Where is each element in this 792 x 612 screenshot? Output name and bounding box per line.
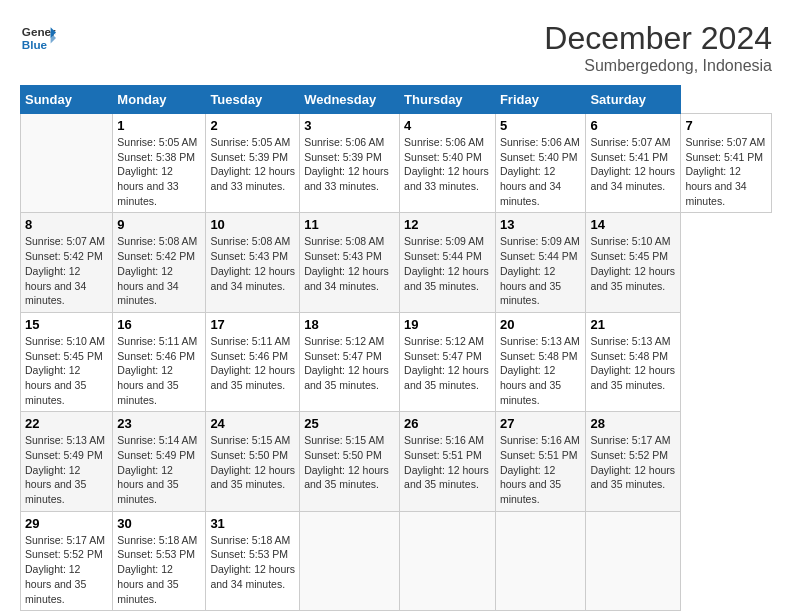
calendar-cell [586,511,681,610]
header-friday: Friday [495,86,586,114]
day-info: Sunrise: 5:10 AM Sunset: 5:45 PM Dayligh… [25,334,108,407]
day-info: Sunrise: 5:09 AM Sunset: 5:44 PM Dayligh… [500,234,582,307]
calendar-body: 1Sunrise: 5:05 AM Sunset: 5:38 PM Daylig… [21,114,772,611]
calendar-week-2: 8Sunrise: 5:07 AM Sunset: 5:42 PM Daylig… [21,213,772,312]
calendar-cell: 16Sunrise: 5:11 AM Sunset: 5:46 PM Dayli… [113,312,206,411]
day-number: 28 [590,416,676,431]
day-number: 8 [25,217,108,232]
day-info: Sunrise: 5:14 AM Sunset: 5:49 PM Dayligh… [117,433,201,506]
calendar-cell: 24Sunrise: 5:15 AM Sunset: 5:50 PM Dayli… [206,412,300,511]
day-info: Sunrise: 5:10 AM Sunset: 5:45 PM Dayligh… [590,234,676,293]
calendar-cell: 29Sunrise: 5:17 AM Sunset: 5:52 PM Dayli… [21,511,113,610]
header-saturday: Saturday [586,86,681,114]
calendar-cell: 19Sunrise: 5:12 AM Sunset: 5:47 PM Dayli… [400,312,496,411]
calendar-cell: 30Sunrise: 5:18 AM Sunset: 5:53 PM Dayli… [113,511,206,610]
day-info: Sunrise: 5:07 AM Sunset: 5:41 PM Dayligh… [590,135,676,194]
day-info: Sunrise: 5:08 AM Sunset: 5:43 PM Dayligh… [210,234,295,293]
calendar-cell: 11Sunrise: 5:08 AM Sunset: 5:43 PM Dayli… [300,213,400,312]
calendar-week-1: 1Sunrise: 5:05 AM Sunset: 5:38 PM Daylig… [21,114,772,213]
day-info: Sunrise: 5:11 AM Sunset: 5:46 PM Dayligh… [210,334,295,393]
header-monday: Monday [113,86,206,114]
calendar-cell: 26Sunrise: 5:16 AM Sunset: 5:51 PM Dayli… [400,412,496,511]
day-number: 18 [304,317,395,332]
day-info: Sunrise: 5:12 AM Sunset: 5:47 PM Dayligh… [404,334,491,393]
day-info: Sunrise: 5:05 AM Sunset: 5:38 PM Dayligh… [117,135,201,208]
day-info: Sunrise: 5:13 AM Sunset: 5:49 PM Dayligh… [25,433,108,506]
header-row: Sunday Monday Tuesday Wednesday Thursday… [21,86,772,114]
header-sunday: Sunday [21,86,113,114]
page-header: General Blue December 2024 Sumbergedong,… [20,20,772,75]
day-info: Sunrise: 5:08 AM Sunset: 5:42 PM Dayligh… [117,234,201,307]
calendar-cell: 18Sunrise: 5:12 AM Sunset: 5:47 PM Dayli… [300,312,400,411]
day-number: 14 [590,217,676,232]
day-number: 6 [590,118,676,133]
day-info: Sunrise: 5:06 AM Sunset: 5:40 PM Dayligh… [500,135,582,208]
day-info: Sunrise: 5:16 AM Sunset: 5:51 PM Dayligh… [404,433,491,492]
day-number: 31 [210,516,295,531]
day-number: 29 [25,516,108,531]
calendar-cell: 9Sunrise: 5:08 AM Sunset: 5:42 PM Daylig… [113,213,206,312]
calendar-cell: 25Sunrise: 5:15 AM Sunset: 5:50 PM Dayli… [300,412,400,511]
logo-icon: General Blue [20,20,56,56]
calendar-week-5: 29Sunrise: 5:17 AM Sunset: 5:52 PM Dayli… [21,511,772,610]
calendar-cell [400,511,496,610]
calendar-cell: 22Sunrise: 5:13 AM Sunset: 5:49 PM Dayli… [21,412,113,511]
calendar-cell: 28Sunrise: 5:17 AM Sunset: 5:52 PM Dayli… [586,412,681,511]
day-number: 13 [500,217,582,232]
day-info: Sunrise: 5:16 AM Sunset: 5:51 PM Dayligh… [500,433,582,506]
day-info: Sunrise: 5:17 AM Sunset: 5:52 PM Dayligh… [590,433,676,492]
calendar-cell: 2Sunrise: 5:05 AM Sunset: 5:39 PM Daylig… [206,114,300,213]
header-wednesday: Wednesday [300,86,400,114]
calendar-week-4: 22Sunrise: 5:13 AM Sunset: 5:49 PM Dayli… [21,412,772,511]
day-number: 7 [685,118,767,133]
day-number: 20 [500,317,582,332]
day-number: 21 [590,317,676,332]
calendar-header: Sunday Monday Tuesday Wednesday Thursday… [21,86,772,114]
day-number: 4 [404,118,491,133]
day-number: 23 [117,416,201,431]
day-number: 27 [500,416,582,431]
calendar-cell: 5Sunrise: 5:06 AM Sunset: 5:40 PM Daylig… [495,114,586,213]
day-info: Sunrise: 5:06 AM Sunset: 5:40 PM Dayligh… [404,135,491,194]
day-info: Sunrise: 5:15 AM Sunset: 5:50 PM Dayligh… [210,433,295,492]
day-info: Sunrise: 5:12 AM Sunset: 5:47 PM Dayligh… [304,334,395,393]
svg-text:Blue: Blue [22,38,48,51]
calendar-cell: 31Sunrise: 5:18 AM Sunset: 5:53 PM Dayli… [206,511,300,610]
day-number: 24 [210,416,295,431]
day-info: Sunrise: 5:13 AM Sunset: 5:48 PM Dayligh… [500,334,582,407]
calendar-cell: 15Sunrise: 5:10 AM Sunset: 5:45 PM Dayli… [21,312,113,411]
day-number: 11 [304,217,395,232]
calendar-cell: 21Sunrise: 5:13 AM Sunset: 5:48 PM Dayli… [586,312,681,411]
day-info: Sunrise: 5:09 AM Sunset: 5:44 PM Dayligh… [404,234,491,293]
title-area: December 2024 Sumbergedong, Indonesia [544,20,772,75]
day-info: Sunrise: 5:17 AM Sunset: 5:52 PM Dayligh… [25,533,108,606]
day-number: 10 [210,217,295,232]
day-number: 17 [210,317,295,332]
day-number: 3 [304,118,395,133]
day-number: 22 [25,416,108,431]
day-info: Sunrise: 5:18 AM Sunset: 5:53 PM Dayligh… [117,533,201,606]
calendar-cell: 14Sunrise: 5:10 AM Sunset: 5:45 PM Dayli… [586,213,681,312]
header-thursday: Thursday [400,86,496,114]
calendar-week-3: 15Sunrise: 5:10 AM Sunset: 5:45 PM Dayli… [21,312,772,411]
calendar-cell [21,114,113,213]
calendar-cell: 4Sunrise: 5:06 AM Sunset: 5:40 PM Daylig… [400,114,496,213]
calendar-cell: 27Sunrise: 5:16 AM Sunset: 5:51 PM Dayli… [495,412,586,511]
calendar-cell [300,511,400,610]
calendar-cell: 1Sunrise: 5:05 AM Sunset: 5:38 PM Daylig… [113,114,206,213]
day-number: 15 [25,317,108,332]
calendar-cell: 6Sunrise: 5:07 AM Sunset: 5:41 PM Daylig… [586,114,681,213]
day-info: Sunrise: 5:18 AM Sunset: 5:53 PM Dayligh… [210,533,295,592]
day-number: 30 [117,516,201,531]
day-info: Sunrise: 5:15 AM Sunset: 5:50 PM Dayligh… [304,433,395,492]
header-tuesday: Tuesday [206,86,300,114]
day-number: 26 [404,416,491,431]
day-number: 9 [117,217,201,232]
day-info: Sunrise: 5:06 AM Sunset: 5:39 PM Dayligh… [304,135,395,194]
calendar-subtitle: Sumbergedong, Indonesia [544,57,772,75]
day-info: Sunrise: 5:08 AM Sunset: 5:43 PM Dayligh… [304,234,395,293]
calendar-cell: 23Sunrise: 5:14 AM Sunset: 5:49 PM Dayli… [113,412,206,511]
day-info: Sunrise: 5:07 AM Sunset: 5:41 PM Dayligh… [685,135,767,208]
day-info: Sunrise: 5:11 AM Sunset: 5:46 PM Dayligh… [117,334,201,407]
calendar-cell: 7Sunrise: 5:07 AM Sunset: 5:41 PM Daylig… [681,114,772,213]
